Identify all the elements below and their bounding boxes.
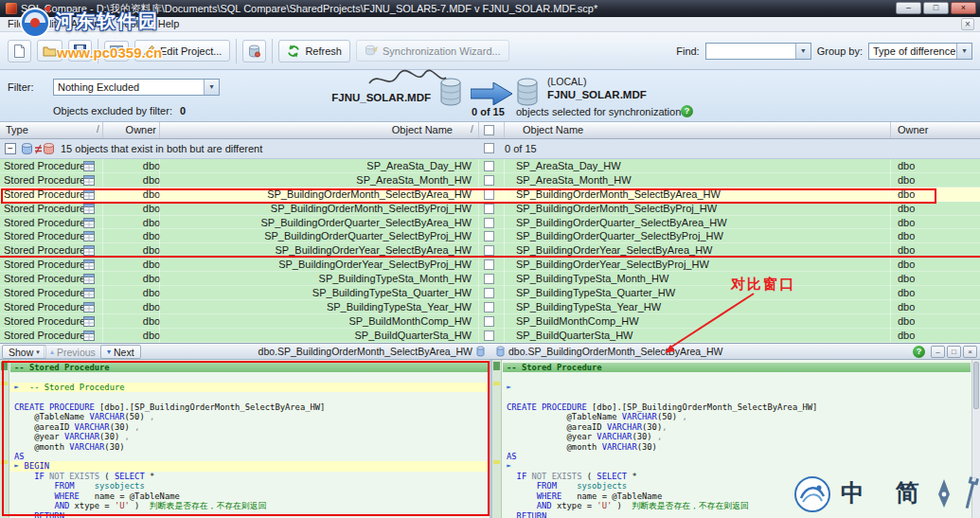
group-by-select[interactable]: Type of difference ▾: [868, 43, 972, 60]
grid-row[interactable]: Stored Procedure dbo SP_AreaSta_Day_HW S…: [0, 159, 980, 173]
maximize-button[interactable]: □: [923, 2, 949, 14]
pane-maximize-button[interactable]: □: [947, 346, 961, 358]
refresh-button[interactable]: Refresh: [278, 40, 350, 63]
column-divider: [478, 122, 479, 138]
show-label: Show: [9, 347, 33, 358]
right-object-tab-label: dbo.SP_BuildingOrderMonth_SelectByArea_H…: [508, 346, 722, 357]
grid-row[interactable]: Stored Procedure dbo SP_BuildingOrderYea…: [0, 258, 980, 272]
find-dropdown-icon[interactable]: ▾: [795, 44, 811, 59]
row-checkbox[interactable]: [484, 330, 494, 341]
grid-row[interactable]: Stored Procedure dbo SP_BuildQuarterSta_…: [0, 329, 980, 343]
row-checkbox[interactable]: [484, 288, 494, 298]
grid-row[interactable]: Stored Procedure dbo SP_BuildingOrderQua…: [0, 229, 980, 243]
synchronization-wizard-label: Synchronization Wizard...: [383, 45, 501, 57]
show-menu-button[interactable]: Show ▾: [2, 345, 46, 359]
column-object-left[interactable]: Object Name: [237, 124, 453, 135]
row-checkbox[interactable]: [484, 302, 494, 313]
excluded-label: Objects excluded by filter:: [53, 105, 172, 116]
pane-minimize-button[interactable]: –: [931, 346, 945, 358]
row-checkbox[interactable]: [484, 204, 494, 214]
group-checkbox[interactable]: [484, 143, 494, 153]
save-button[interactable]: [68, 40, 92, 62]
minimize-button[interactable]: –: [896, 2, 921, 14]
column-divider: [102, 122, 103, 138]
database-sync-button[interactable]: [242, 40, 266, 63]
grid-row[interactable]: Stored Procedure dbo SP_BuildingTypeSta_…: [0, 286, 980, 300]
grid-row[interactable]: Stored Procedure dbo SP_AreaSta_Month_HW…: [0, 173, 980, 188]
sync-selected-label: objects selected for synchronization: [516, 106, 681, 117]
row-checkbox[interactable]: [484, 259, 494, 270]
row-owner-right: dbo: [898, 188, 915, 201]
pane-controls: – □ ×: [931, 346, 977, 358]
new-project-button[interactable]: [8, 40, 31, 63]
left-diff-map[interactable]: [0, 360, 9, 518]
sql-pane-right[interactable]: -- Stored Procedure►CREATE PROCEDURE [db…: [492, 360, 980, 518]
filter-dropdown-icon[interactable]: ▾: [204, 80, 219, 95]
column-owner-right[interactable]: Owner: [898, 124, 928, 135]
row-checkbox[interactable]: [484, 274, 494, 284]
grid-row[interactable]: Stored Procedure dbo SP_BuildingTypeSta_…: [0, 300, 980, 314]
right-pane-scrollbar[interactable]: [971, 360, 980, 518]
sync-help-icon[interactable]: ?: [681, 105, 693, 117]
edit-project-button[interactable]: Edit Project...: [134, 40, 230, 62]
group-count: 0 of 15: [505, 143, 537, 154]
sql-line: @month VARCHAR(30): [10, 442, 490, 452]
sql-left-lines: -- Stored Procedure► -- Stored Procedure…: [10, 363, 490, 518]
menu-help[interactable]: Help: [158, 18, 180, 29]
row-checkbox[interactable]: [484, 316, 494, 327]
row-object-right: SP_BuildingOrderYear_SelectByProj_HW: [516, 258, 709, 271]
group-row[interactable]: − 15 objects that exist in both but are …: [0, 139, 980, 159]
next-button[interactable]: ▾ Next: [100, 345, 141, 359]
titlebar[interactable]: SQL Compare - D:\我的资料库\Documents\SQL Com…: [0, 0, 980, 17]
next-arrow-icon: ▾: [107, 348, 111, 356]
left-object-tab[interactable]: dbo.SP_BuildingOrderMonth_SelectByArea_H…: [256, 346, 485, 357]
collapse-group-button[interactable]: −: [5, 143, 16, 154]
filter-select[interactable]: Nothing Excluded ▾: [53, 79, 220, 96]
database-icon: [248, 45, 260, 58]
menu-actions[interactable]: Actions: [71, 18, 105, 29]
row-owner-right: dbo: [898, 159, 915, 172]
group-by-dropdown-icon[interactable]: ▾: [956, 44, 971, 59]
grid-row[interactable]: Stored Procedure dbo SP_BuildingOrderQua…: [0, 216, 980, 230]
menu-tools[interactable]: Tools: [119, 18, 144, 29]
pane-close-button[interactable]: ×: [963, 346, 977, 358]
row-owner-right: dbo: [898, 229, 915, 242]
row-checkbox[interactable]: [484, 245, 494, 256]
row-checkbox[interactable]: [484, 175, 494, 186]
row-owner-left: dbo: [106, 272, 197, 285]
find-input[interactable]: ▾: [705, 43, 811, 60]
sql-pane-left[interactable]: -- Stored Procedure► -- Stored Procedure…: [0, 360, 490, 518]
grid-row[interactable]: Stored Procedure dbo SP_BuildingOrderMon…: [0, 188, 980, 202]
close-button[interactable]: ×: [951, 2, 976, 14]
column-type[interactable]: Type: [6, 124, 28, 135]
stored-procedure-icon: [83, 274, 95, 284]
menu-edit[interactable]: Edit: [39, 18, 57, 29]
excluded-summary: Objects excluded by filter:0: [53, 105, 186, 116]
view-grid-button[interactable]: [104, 41, 129, 62]
row-checkbox[interactable]: [484, 231, 494, 241]
column-object-sort-icon: /: [471, 124, 473, 134]
row-checkbox[interactable]: [484, 189, 494, 200]
right-diff-map[interactable]: [492, 360, 502, 518]
grid-row[interactable]: Stored Procedure dbo SP_BuildingOrderMon…: [0, 202, 980, 216]
scrollbar-thumb[interactable]: [973, 362, 979, 409]
select-all-checkbox[interactable]: [484, 125, 494, 135]
sql-line: FROM sysobjects: [503, 481, 971, 491]
row-object-left: SP_BuildQuarterSta_HW: [204, 329, 472, 342]
grid-row[interactable]: Stored Procedure dbo SP_BuildMonthComp_H…: [0, 314, 980, 329]
row-checkbox[interactable]: [484, 218, 494, 228]
sql-line: RETURN: [503, 511, 971, 518]
filter-label: Filter:: [8, 81, 34, 93]
row-checkbox[interactable]: [484, 161, 494, 171]
sql-line: @year VARCHAR(30) ,: [10, 432, 490, 441]
grid-row[interactable]: Stored Procedure dbo SP_BuildingTypeSta_…: [0, 272, 980, 286]
column-owner-left[interactable]: Owner: [104, 124, 156, 135]
diff-help-icon[interactable]: ?: [913, 346, 925, 358]
menu-file[interactable]: File: [8, 18, 25, 29]
column-object-right[interactable]: Object Name: [523, 124, 583, 135]
toolbar-separator: [272, 39, 273, 63]
open-project-button[interactable]: [37, 40, 62, 62]
grid-row[interactable]: Stored Procedure dbo SP_BuildingOrderYea…: [0, 243, 980, 258]
right-object-tab[interactable]: dbo.SP_BuildingOrderMonth_SelectByArea_H…: [496, 346, 722, 357]
document-close-button[interactable]: ×: [961, 18, 974, 30]
